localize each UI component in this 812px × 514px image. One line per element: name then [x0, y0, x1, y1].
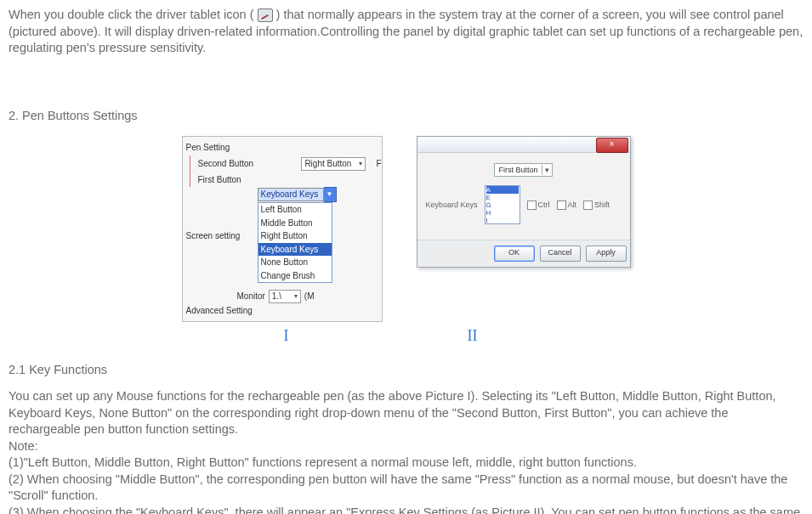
key-option-i[interactable]: I	[486, 217, 519, 224]
label-first-button: First Button	[198, 174, 241, 186]
close-button[interactable]: ×	[596, 138, 628, 153]
tree-pen-setting[interactable]: Pen Setting	[186, 140, 382, 155]
body-text: You can set up any Mouse functions for t…	[9, 388, 803, 514]
figure-label-2: II	[468, 325, 478, 346]
tree-advanced-setting[interactable]: Advanced Setting	[186, 303, 382, 319]
label-ctrl: Ctrl	[538, 200, 550, 210]
cancel-button[interactable]: Cancel	[540, 246, 581, 262]
paragraph-main: You can set up any Mouse functions for t…	[9, 388, 803, 438]
option-right-button[interactable]: Right Button	[258, 229, 332, 243]
option-change-brush[interactable]: Change Brush	[258, 269, 332, 283]
label-second-button: Second Button	[198, 158, 254, 170]
note-label: Note:	[9, 438, 803, 455]
first-button-combo[interactable]: First Button ▾	[494, 163, 552, 177]
label-alt: Alt	[568, 200, 577, 210]
second-button-dropdown[interactable]: Right Button ▾	[301, 157, 366, 171]
first-button-dropdown[interactable]: Keyboard Keys ▼	[258, 187, 382, 202]
first-button-combo-label: First Button	[495, 165, 541, 175]
first-button-value: Keyboard Keys	[258, 188, 324, 201]
figures-row: Pen Setting Second Button Right Button ▾…	[9, 136, 803, 322]
express-key-dialog: × First Button ▾ Keyboard Keys A E G H	[417, 136, 631, 268]
checkbox-shift[interactable]: Shift	[583, 200, 610, 210]
key-option-h[interactable]: H	[486, 209, 519, 217]
section-2-heading: 2. Pen Buttons Settings	[9, 108, 803, 125]
option-keyboard-keys[interactable]: Keyboard Keys	[258, 243, 332, 257]
intro-paragraph: When you double click the driver tablet …	[9, 7, 803, 57]
dialog-button-row: OK Cancel Apply	[417, 240, 630, 267]
dialog-titlebar: ×	[417, 137, 630, 153]
monitor-field[interactable]: 1.\ ▾	[269, 290, 301, 303]
chevron-down-icon: ▾	[294, 291, 298, 302]
checkbox-icon	[583, 201, 593, 210]
key-option-e[interactable]: E	[486, 194, 519, 201]
figure-1: Pen Setting Second Button Right Button ▾…	[182, 136, 383, 322]
key-option-a[interactable]: A	[486, 186, 519, 194]
note-1: (1)"Left Button, Middle Button, Right Bu…	[9, 455, 803, 472]
second-button-value: Right Button	[304, 158, 351, 170]
chevron-down-icon: ▾	[542, 165, 552, 175]
note-3: (3) When choosing the "Keyboard Keys", t…	[9, 505, 803, 514]
pen-setting-panel: Pen Setting Second Button Right Button ▾…	[182, 136, 383, 322]
ok-button[interactable]: OK	[494, 246, 535, 262]
monitor-suffix: (M	[304, 291, 315, 302]
label-keyboard-keys: Keyboard Keys	[426, 200, 478, 210]
option-none-button[interactable]: None Button	[258, 256, 332, 269]
figure-label-1: I	[284, 325, 289, 346]
checkbox-alt[interactable]: Alt	[557, 200, 577, 210]
figure-labels: I II	[9, 325, 803, 346]
first-button-dropdown-list[interactable]: Left Button Middle Button Right Button K…	[258, 202, 332, 283]
tray-icon	[258, 8, 273, 22]
apply-button[interactable]: Apply	[586, 246, 627, 262]
checkbox-icon	[557, 201, 566, 210]
monitor-value: 1.\	[272, 291, 281, 302]
key-option-g[interactable]: G	[486, 201, 519, 209]
chevron-down-icon: ▾	[359, 158, 362, 170]
note-2: (2) When choosing "Middle Button", the c…	[9, 472, 803, 505]
key-listbox[interactable]: A E G H I	[485, 185, 520, 224]
trail-right: F	[371, 158, 381, 170]
checkbox-icon	[527, 201, 537, 210]
option-middle-button[interactable]: Middle Button	[258, 217, 332, 230]
figure-2: × First Button ▾ Keyboard Keys A E G H	[417, 136, 631, 322]
label-shift: Shift	[594, 200, 610, 210]
label-monitor: Monitor	[237, 291, 265, 302]
subsection-2-1-heading: 2.1 Key Functions	[9, 362, 803, 379]
chevron-down-icon: ▼	[324, 187, 337, 202]
option-left-button[interactable]: Left Button	[258, 203, 332, 217]
intro-text-1: When you double click the driver tablet …	[9, 8, 254, 21]
checkbox-ctrl[interactable]: Ctrl	[527, 200, 550, 210]
